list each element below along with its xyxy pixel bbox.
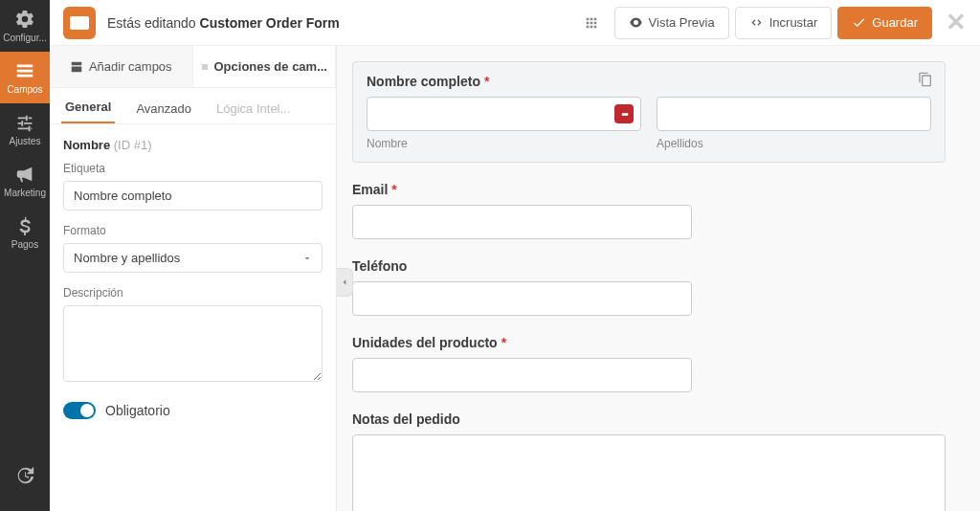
nav-settings[interactable]: Ajustes — [0, 103, 50, 155]
password-manager-icon[interactable]: ••• — [614, 104, 634, 123]
chevron-left-icon — [340, 278, 349, 287]
required-asterisk: * — [501, 335, 506, 350]
embed-label: Incrustar — [769, 15, 818, 30]
tab-options-label: Opciones de cam... — [214, 59, 328, 74]
nav-label: Marketing — [4, 188, 46, 198]
eye-icon — [629, 15, 643, 30]
dollar-icon — [14, 215, 35, 236]
nav-configure[interactable]: Configur... — [0, 0, 50, 52]
required-asterisk: * — [391, 182, 396, 197]
field-label: Unidades del producto* — [352, 335, 946, 350]
preview-field-email[interactable]: Email* — [352, 182, 946, 239]
editing-prefix: Estás editando — [107, 15, 200, 31]
embed-button[interactable]: Incrustar — [735, 7, 833, 39]
label-formato: Formato — [63, 224, 323, 237]
input-etiqueta[interactable] — [63, 181, 323, 211]
nav-history[interactable] — [0, 450, 50, 501]
input-email[interactable] — [352, 205, 692, 239]
nav-label: Configur... — [3, 33, 47, 43]
label-etiqueta: Etiqueta — [63, 162, 323, 175]
panel-subtabs: General Avanzado Lógica Intel... — [50, 88, 336, 124]
nav-payments[interactable]: Pagos — [0, 207, 50, 258]
nav-marketing[interactable]: Marketing — [0, 155, 50, 207]
tab-add-label: Añadir campos — [89, 59, 172, 74]
field-label: Nombre completo* — [367, 74, 931, 89]
label-descripcion: Descripción — [63, 286, 323, 300]
nav-label: Pagos — [11, 239, 38, 250]
close-button[interactable]: ✕ — [946, 8, 967, 37]
megaphone-icon — [14, 164, 35, 185]
field-name: Nombre — [63, 138, 110, 152]
save-label: Guardar — [872, 15, 918, 30]
form-name: Customer Order Form — [200, 15, 340, 31]
required-asterisk: * — [484, 74, 489, 89]
save-button[interactable]: Guardar — [837, 7, 932, 39]
preview-field-phone[interactable]: Teléfono — [352, 258, 946, 316]
history-icon — [14, 465, 35, 486]
label-text: Email — [352, 182, 388, 197]
required-row: Obligatorio — [63, 402, 323, 419]
list-icon — [14, 60, 35, 81]
label-text: Nombre completo — [367, 74, 480, 89]
subtab-logic[interactable]: Lógica Intel... — [212, 94, 294, 123]
options-icon — [201, 60, 209, 74]
apps-icon[interactable] — [584, 15, 599, 31]
field-label: Notas del pedido — [352, 411, 946, 427]
field-label: Teléfono — [352, 258, 946, 274]
nav-fields[interactable]: Campos — [0, 52, 50, 103]
field-title: Nombre (ID #1) — [63, 138, 323, 152]
subtab-general[interactable]: General — [61, 92, 115, 123]
input-lastname[interactable] — [657, 97, 931, 131]
input-firstname[interactable] — [367, 97, 641, 131]
input-units[interactable] — [352, 358, 692, 392]
app-logo — [63, 7, 96, 39]
check-icon — [852, 15, 866, 30]
sublabel-firstname: Nombre — [367, 137, 641, 150]
label-text: Unidades del producto — [352, 335, 498, 350]
preview-label: Vista Previa — [649, 15, 715, 30]
sublabel-lastname: Apellidos — [657, 137, 931, 150]
panel-body: Nombre (ID #1) Etiqueta Formato Nombre y… — [50, 124, 336, 511]
select-formato[interactable]: Nombre y apellidos — [63, 243, 323, 273]
layout-icon — [70, 60, 83, 74]
top-bar: Estás editando Customer Order Form Vista… — [50, 0, 980, 46]
tab-add-fields[interactable]: Añadir campos — [50, 46, 193, 87]
preview-field-notes[interactable]: Notas del pedido — [352, 411, 946, 511]
sliders-icon — [14, 112, 35, 133]
toggle-required[interactable] — [63, 402, 96, 419]
preview-button[interactable]: Vista Previa — [614, 7, 729, 39]
form-preview: Nombre completo* ••• Nombre Apellidos Em… — [337, 46, 980, 511]
editing-label: Estás editando Customer Order Form — [107, 15, 340, 31]
required-label: Obligatorio — [105, 403, 170, 418]
left-nav: Configur... Campos Ajustes Marketing Pag… — [0, 0, 50, 511]
collapse-panel-handle[interactable] — [336, 268, 353, 297]
textarea-notes[interactable] — [352, 434, 946, 511]
nav-label: Campos — [7, 84, 42, 95]
field-id: (ID #1) — [114, 138, 152, 152]
field-label: Email* — [352, 182, 946, 197]
nav-label: Ajustes — [10, 136, 41, 146]
input-phone[interactable] — [352, 281, 692, 316]
duplicate-icon[interactable] — [918, 72, 933, 87]
field-panel: Añadir campos Opciones de cam... General… — [50, 46, 337, 511]
panel-tabs: Añadir campos Opciones de cam... — [50, 46, 336, 88]
code-icon — [749, 15, 764, 30]
gear-icon — [14, 9, 35, 30]
tab-field-options[interactable]: Opciones de cam... — [193, 46, 337, 87]
preview-field-units[interactable]: Unidades del producto* — [352, 335, 946, 392]
preview-field-name[interactable]: Nombre completo* ••• Nombre Apellidos — [352, 61, 946, 163]
subtab-advanced[interactable]: Avanzado — [132, 94, 195, 123]
textarea-descripcion[interactable] — [63, 305, 323, 382]
